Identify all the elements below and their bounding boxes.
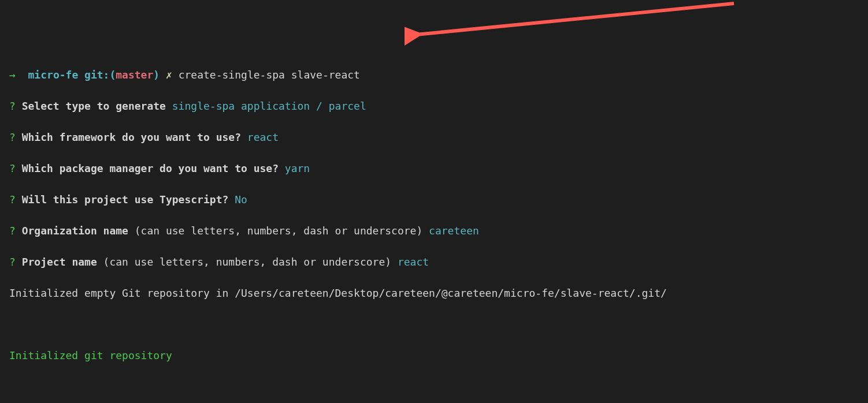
question-hint: (can use letters, numbers, dash or under… <box>135 225 423 237</box>
question-line: ? Which framework do you want to use? re… <box>9 129 859 145</box>
question-line: ? Project name (can use letters, numbers… <box>9 254 859 270</box>
blank-line <box>9 379 859 394</box>
question-text: Which framework do you want to use? <box>22 131 241 143</box>
annotation-arrow-icon <box>405 0 740 46</box>
question-text: Will this project use Typescript? <box>22 193 229 206</box>
question-hint: (can use letters, numbers, dash or under… <box>103 256 392 268</box>
question-answer: react <box>247 131 279 143</box>
question-answer: react <box>398 256 429 268</box>
question-answer: single-spa application / parcel <box>172 100 366 112</box>
terminal-prompt-line: → micro-fe git:(master) ✗ create-single-… <box>9 67 859 83</box>
blank-line <box>9 316 859 332</box>
question-text: Project name <box>22 256 97 268</box>
question-mark-icon: ? <box>9 225 16 237</box>
question-mark-icon: ? <box>9 131 16 143</box>
repo-init-message: Initialized git repository <box>9 348 859 363</box>
question-answer: careteen <box>429 225 479 237</box>
git-init-message: Initialized empty Git repository in /Use… <box>9 285 859 301</box>
question-answer: No <box>235 193 247 206</box>
prompt-git-label: git:( <box>84 69 116 81</box>
question-text: Select type to generate <box>22 100 166 112</box>
question-text: Which package manager do you want to use… <box>22 162 279 174</box>
prompt-dir: micro-fe <box>28 69 79 81</box>
prompt-dirty-icon: ✗ <box>166 69 172 81</box>
question-mark-icon: ? <box>9 256 16 268</box>
question-line: ? Select type to generate single-spa app… <box>9 98 859 114</box>
svg-line-1 <box>416 3 734 35</box>
question-line: ? Organization name (can use letters, nu… <box>9 223 859 238</box>
question-mark-icon: ? <box>9 162 16 174</box>
question-line: ? Which package manager do you want to u… <box>9 161 859 176</box>
prompt-git-close: ) <box>153 69 159 81</box>
question-mark-icon: ? <box>9 100 16 112</box>
question-answer: yarn <box>285 162 310 174</box>
question-text: Organization name <box>22 225 128 237</box>
prompt-command[interactable]: create-single-spa slave-react <box>179 69 360 81</box>
question-line: ? Will this project use Typescript? No <box>9 192 859 207</box>
question-mark-icon: ? <box>9 193 16 206</box>
prompt-branch: master <box>116 69 153 81</box>
prompt-arrow: → <box>9 69 16 81</box>
